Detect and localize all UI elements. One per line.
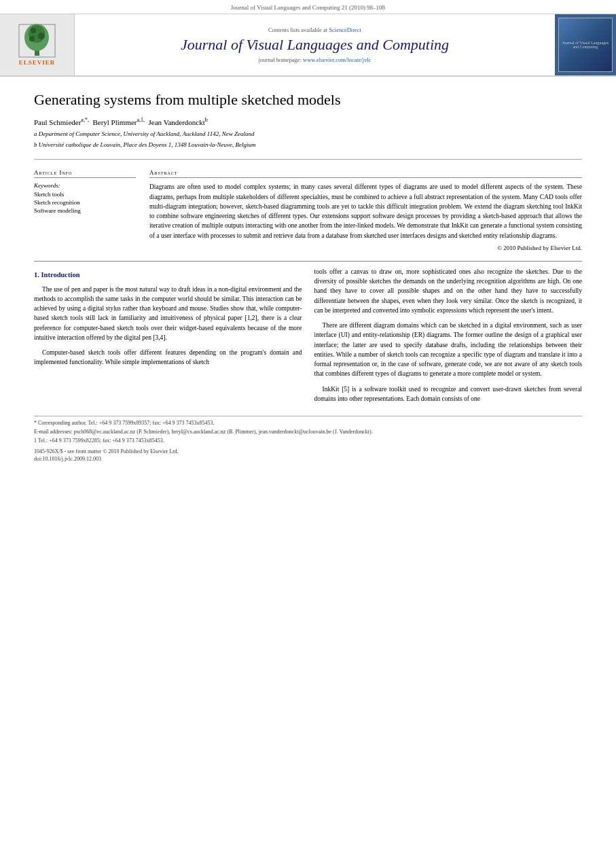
footer-doi-text: doi:10.1016/j.jvlc.2009.12.003 [34,455,582,463]
body-para-4: There are different diagram domains whic… [314,321,583,379]
body-para-3: tools offer a canvas to draw on, more so… [314,267,583,315]
author-paul: Paul Schmieder [34,118,81,126]
footer-note1: 1 Tel.: +64 9 373 7599x82285; fax: +64 9… [34,437,582,444]
svg-point-5 [38,33,45,39]
body-para-5: InkKit [5] is a software toolkit used to… [314,384,583,404]
affil-2: b Université catholique de Louvain, Plac… [34,141,582,150]
svg-point-4 [29,36,35,41]
journal-top-line: Journal of Visual Languages and Computin… [0,0,616,14]
footer-email1: psch068@ec.auckland.ac.nz (P. Schmieder)… [74,429,170,435]
article-title: Generating systems from multiple sketche… [34,90,582,110]
authors-line: Paul Schmiedera,*, Beryl Plimmera,1, Jea… [34,117,582,126]
footer-issn: 1045-926X/$ - see front matter © 2010 Pu… [34,448,582,463]
author-jean: Jean Vanderdonckt [149,118,205,126]
journal-homepage-line: journal homepage: www.elsevier.com/locat… [258,56,371,63]
footer-issn-text: 1045-926X/$ - see front matter © 2010 Pu… [34,448,582,455]
journal-top-text: Journal of Visual Languages and Computin… [231,4,385,11]
header-center: Contents lists available at ScienceDirec… [75,14,555,75]
footer-email-line: E-mail addresses: psch068@ec.auckland.ac… [34,428,582,435]
divider-1 [34,159,582,160]
section1-heading: 1. Introduction [34,270,302,281]
info-abstract-row: Article Info Keywords: Sketch tools Sket… [34,165,582,251]
header-banner: ELSEVIER Contents lists available at Sci… [0,14,616,77]
author-beryl: Beryl Plimmer [92,118,137,126]
elsevier-logo-area: ELSEVIER [0,14,75,75]
journal-cover-area: Journal of Visual Languages and Computin… [555,14,616,75]
article-info-panel: Article Info Keywords: Sketch tools Sket… [34,169,136,251]
body-columns: 1. Introduction The use of pen and paper… [34,267,582,409]
elsevier-brand-text: ELSEVIER [19,59,56,66]
footer-email2: beryl@cs.auckland.ac.nz (B. Plimmer), je… [171,429,372,435]
elsevier-tree-icon [18,24,56,58]
elsevier-logo: ELSEVIER [18,24,56,66]
abstract-title: Abstract [149,169,582,178]
body-divider [34,261,582,262]
abstract-panel: Abstract Diagrams are often used to mode… [149,169,582,251]
journal-homepage-link[interactable]: www.elsevier.com/locate/jvlc [303,56,371,63]
sciencedirect-link[interactable]: ScienceDirect [329,26,361,33]
abstract-text: Diagrams are often used to model complex… [149,182,582,240]
footer-email-label: E-mail addresses: [34,429,73,435]
keyword-1: Sketch tools [34,191,136,198]
affil-1: a Department of Computer Science, Univer… [34,130,582,139]
body-para-2: Computer-based sketch tools offer differ… [34,348,302,368]
journal-title-header: Journal of Visual Languages and Computin… [181,36,449,54]
keywords-label: Keywords: [34,182,136,189]
keyword-3: Software modeling [34,207,136,214]
contents-available-text: Contents lists available at ScienceDirec… [268,26,361,33]
footer-section: * Corresponding author. Tel.: +64 9 373 … [34,416,582,463]
keyword-2: Sketch recognition [34,199,136,206]
body-col-right: tools offer a canvas to draw on, more so… [314,267,583,409]
article-info-title: Article Info [34,169,136,178]
svg-point-6 [31,28,36,33]
body-para-1: The use of pen and paper is the most nat… [34,285,302,343]
body-col-left: 1. Introduction The use of pen and paper… [34,267,302,409]
copyright-line: © 2010 Published by Elsevier Ltd. [149,245,582,251]
page: Journal of Visual Languages and Computin… [0,0,616,841]
footer-corresponding: * Corresponding author. Tel.: +64 9 373 … [34,419,582,427]
affiliations: a Department of Computer Science, Univer… [34,130,582,149]
journal-cover-image: Journal of Visual Languages and Computin… [558,18,613,72]
cover-image-text: Journal of Visual Languages and Computin… [561,41,610,49]
main-content: Generating systems from multiple sketche… [0,77,616,476]
